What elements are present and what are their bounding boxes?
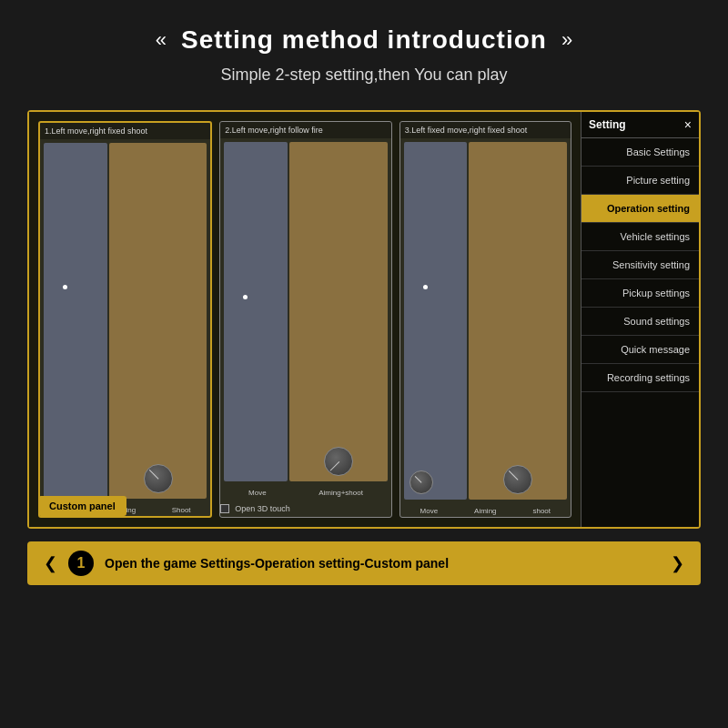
open-3d-checkbox[interactable] <box>220 504 229 513</box>
title-arrow-right <box>561 28 572 52</box>
option-1-left-zone <box>44 143 107 499</box>
option-3-move: Move <box>420 507 439 515</box>
close-icon[interactable]: × <box>684 117 692 132</box>
sidebar-item-basic-settings[interactable]: Basic Settings <box>581 138 699 167</box>
sidebar-item-operation-setting[interactable]: Operation setting <box>581 195 699 223</box>
instruction-arrow-left: ❮ <box>44 553 57 573</box>
sidebar-item-picture-setting[interactable]: Picture setting <box>581 167 699 195</box>
option-3-labels: Move Aiming shoot <box>400 503 571 517</box>
option-3-aim: Aiming <box>474 507 496 515</box>
option-1-label: 1.Left move,right fixed shoot <box>40 123 210 139</box>
page-subtitle: Simple 2-step setting,then You can play <box>18 66 710 85</box>
sidebar-item-vehicle-settings[interactable]: Vehicle settings <box>581 223 699 251</box>
option-1-right-zone <box>109 143 207 499</box>
option-2-label: 2.Left move,right follow fire <box>220 122 390 138</box>
open-3d-label: Open 3D touch <box>235 504 290 513</box>
sidebar-item-sound-settings[interactable]: Sound settings <box>581 308 699 336</box>
option-2-left-zone <box>224 142 288 481</box>
option-3-visual <box>400 138 571 503</box>
title-arrow-left <box>156 28 167 52</box>
settings-sidebar: Setting × Basic Settings Picture setting… <box>581 112 699 527</box>
sidebar-title: Setting <box>589 118 626 131</box>
option-2-move: Move <box>248 489 267 497</box>
control-option-2[interactable]: 2.Left move,right follow fire Move Aimin… <box>219 121 391 518</box>
sidebar-item-sensitivity-setting[interactable]: Sensitivity setting <box>581 251 699 279</box>
control-option-1[interactable]: 1.Left move,right fixed shoot Move Aimin… <box>38 121 212 518</box>
page-header: Setting method introduction Simple 2-ste… <box>0 0 728 94</box>
option-2-labels: Move Aiming+shoot <box>220 485 390 499</box>
option-2-right-zone <box>289 142 388 481</box>
option-3-right-zone <box>469 142 567 500</box>
sidebar-header: Setting × <box>581 112 699 138</box>
instruction-step-number: 1 <box>68 551 94 576</box>
option-3-label: 3.Left fixed move,right fixed shoot <box>400 122 571 138</box>
dial-3b-line <box>509 470 519 480</box>
instruction-text: Open the game Settings-Operation setting… <box>105 556 660 571</box>
option-1-visual <box>40 139 210 502</box>
dial-2 <box>324 447 353 476</box>
instruction-row: ❮ 1 Open the game Settings-Operation set… <box>27 541 701 585</box>
option-3-left-zone <box>404 142 468 500</box>
option-2-aim: Aiming+shoot <box>318 489 363 497</box>
option-3-shoot: shoot <box>532 507 551 515</box>
game-content-panel: 1.Left move,right fixed shoot Move Aimin… <box>29 112 581 527</box>
control-option-3[interactable]: 3.Left fixed move,right fixed shoot <box>399 121 571 518</box>
dot-move-3 <box>423 285 428 289</box>
dial-1-line <box>148 470 158 480</box>
instruction-arrow-right: ❯ <box>671 553 684 573</box>
option-2-visual <box>220 138 390 485</box>
dot-move-2 <box>243 295 248 299</box>
dial-1 <box>144 464 173 493</box>
page-title: Setting method introduction <box>181 25 547 55</box>
dial-3b <box>503 465 532 494</box>
sidebar-item-recording-settings[interactable]: Recording settings <box>581 364 699 392</box>
sidebar-item-pickup-settings[interactable]: Pickup settings <box>581 279 699 308</box>
dial-2-line <box>329 461 339 471</box>
dot-move-1 <box>63 285 67 289</box>
game-screenshot-area: 1.Left move,right fixed shoot Move Aimin… <box>27 110 701 529</box>
control-options-group: 1.Left move,right fixed shoot Move Aimin… <box>38 121 571 518</box>
dial-3a <box>410 470 433 494</box>
sidebar-item-quick-message[interactable]: Quick message <box>581 336 699 364</box>
option-1-shoot: Shoot <box>172 506 191 514</box>
custom-panel-button[interactable]: Custom panel <box>38 496 126 516</box>
dial-3a-line <box>414 476 421 483</box>
open-3d-row: Open 3D touch <box>220 504 390 513</box>
